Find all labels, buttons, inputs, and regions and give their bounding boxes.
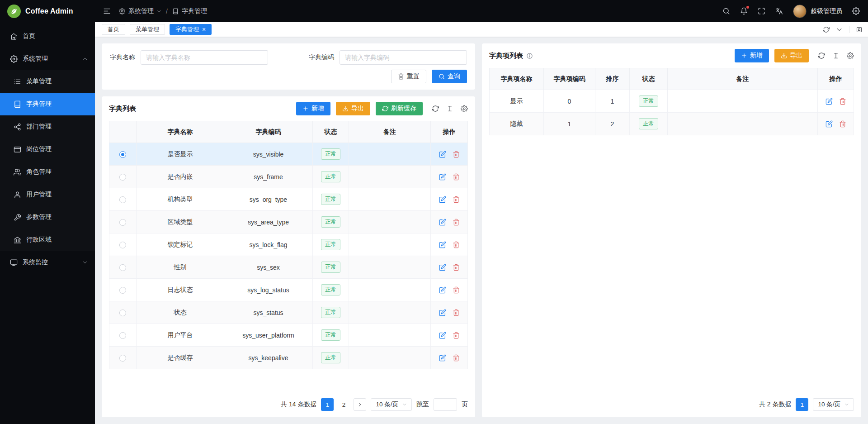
dict-code-label: 字典编码 xyxy=(309,53,334,62)
tab-字典管理[interactable]: 字典管理× xyxy=(170,24,212,35)
dict-item-row-隐藏[interactable]: 隐藏12正常 xyxy=(490,113,854,135)
info-icon[interactable] xyxy=(526,52,533,59)
dict-row-sys_log_status[interactable]: 日志状态sys_log_status正常 xyxy=(109,279,468,301)
delete-icon[interactable] xyxy=(839,120,846,128)
sidebar-group-系统管理[interactable]: 系统管理 xyxy=(0,48,95,70)
edit-icon[interactable] xyxy=(439,286,446,294)
sidebar-item-用户管理[interactable]: 用户管理 xyxy=(0,183,95,206)
dict-item-row-显示[interactable]: 显示01正常 xyxy=(490,90,854,113)
row-radio[interactable] xyxy=(119,174,126,181)
sidebar-item-菜单管理[interactable]: 菜单管理 xyxy=(0,70,95,93)
delete-icon[interactable] xyxy=(453,354,460,362)
delete-icon[interactable] xyxy=(453,264,460,271)
dict-page-size-select[interactable]: 10 条/页 xyxy=(371,398,412,411)
jump-page-input[interactable] xyxy=(434,398,457,411)
query-button[interactable]: 查询 xyxy=(432,70,467,83)
sidebar-group-系统监控[interactable]: 系统监控 xyxy=(0,251,95,274)
dict-row-sys_area_type[interactable]: 区域类型sys_area_type正常 xyxy=(109,211,468,233)
add-dict-item-button[interactable]: 新增 xyxy=(735,49,769,62)
notifications-button[interactable] xyxy=(740,7,748,15)
delete-icon[interactable] xyxy=(453,332,460,339)
settings-gear-icon[interactable] xyxy=(852,7,860,15)
column-settings-gear-icon[interactable] xyxy=(461,105,468,112)
tab-菜单管理[interactable]: 菜单管理 xyxy=(130,24,165,35)
edit-icon[interactable] xyxy=(439,219,446,226)
row-radio[interactable] xyxy=(119,264,126,271)
translate-icon[interactable] xyxy=(775,7,783,15)
dict-row-sys_visible[interactable]: 是否显示sys_visible正常 xyxy=(109,143,468,166)
dict-row-sys_user_platform[interactable]: 用户平台sys_user_platform正常 xyxy=(109,324,468,347)
row-radio[interactable] xyxy=(119,196,126,203)
dict-row-sys_lock_flag[interactable]: 锁定标记sys_lock_flag正常 xyxy=(109,233,468,256)
app-logo[interactable]: Coffee Admin xyxy=(0,0,95,22)
delete-icon[interactable] xyxy=(453,196,460,203)
dict-row-sys_sex[interactable]: 性别sys_sex正常 xyxy=(109,256,468,279)
tab-首页[interactable]: 首页 xyxy=(102,24,125,35)
reset-button[interactable]: 重置 xyxy=(391,70,426,83)
page-button-1[interactable]: 1 xyxy=(321,398,334,411)
delete-icon[interactable] xyxy=(453,173,460,181)
sidebar-item-参数管理[interactable]: 参数管理 xyxy=(0,206,95,229)
tabs-bar: 首页菜单管理字典管理× xyxy=(95,22,868,37)
delete-icon[interactable] xyxy=(453,286,460,294)
sidebar-item-部门管理[interactable]: 部门管理 xyxy=(0,115,95,138)
add-dict-button[interactable]: 新增 xyxy=(296,102,330,115)
row-density-icon[interactable] xyxy=(446,105,453,112)
delete-icon[interactable] xyxy=(453,219,460,226)
delete-icon[interactable] xyxy=(453,151,460,158)
export-dict-button[interactable]: 导出 xyxy=(336,102,370,115)
row-radio[interactable] xyxy=(119,219,126,226)
sidebar-item-角色管理[interactable]: 角色管理 xyxy=(0,161,95,183)
breadcrumb-item-current[interactable]: 字典管理 xyxy=(182,7,207,15)
edit-icon[interactable] xyxy=(439,241,446,248)
dict-row-sys_frame[interactable]: 是否内嵌sys_frame正常 xyxy=(109,166,468,188)
refresh-icon[interactable] xyxy=(818,52,825,59)
row-radio[interactable] xyxy=(119,151,126,158)
search-icon[interactable] xyxy=(722,7,730,15)
edit-icon[interactable] xyxy=(439,151,446,158)
dict-row-sys_status[interactable]: 状态sys_status正常 xyxy=(109,301,468,324)
dict-name-input[interactable] xyxy=(141,50,268,65)
edit-icon[interactable] xyxy=(439,332,446,339)
dict-code-input[interactable] xyxy=(340,50,467,65)
chevron-down-icon[interactable] xyxy=(836,26,843,33)
fullscreen-icon[interactable] xyxy=(758,7,765,15)
sidebar-item-首页[interactable]: 首页 xyxy=(0,25,95,48)
column-header-排序: 排序 xyxy=(595,68,630,90)
edit-icon[interactable] xyxy=(439,354,446,362)
edit-icon[interactable] xyxy=(826,98,833,105)
sidebar-item-行政区域[interactable]: 行政区域 xyxy=(0,229,95,251)
sidebar-item-岗位管理[interactable]: 岗位管理 xyxy=(0,138,95,161)
edit-icon[interactable] xyxy=(439,264,446,271)
user-menu[interactable]: 超级管理员 xyxy=(793,5,842,18)
refresh-icon[interactable] xyxy=(432,105,439,112)
row-radio[interactable] xyxy=(119,242,126,248)
row-radio[interactable] xyxy=(119,287,126,294)
edit-icon[interactable] xyxy=(439,173,446,181)
row-radio[interactable] xyxy=(119,355,126,362)
breadcrumb-item-system[interactable]: 系统管理 xyxy=(128,7,154,15)
row-radio[interactable] xyxy=(119,310,126,316)
column-settings-gear-icon[interactable] xyxy=(847,52,854,59)
refresh-cache-button[interactable]: 刷新缓存 xyxy=(376,102,423,115)
page-button-2[interactable]: 2 xyxy=(337,398,350,411)
row-radio[interactable] xyxy=(119,332,126,339)
next-page-button[interactable] xyxy=(354,398,366,411)
refresh-icon[interactable] xyxy=(823,26,830,33)
sidebar-item-字典管理[interactable]: 字典管理 xyxy=(0,93,95,115)
dict-item-page-size-select[interactable]: 10 条/页 xyxy=(813,398,854,411)
delete-icon[interactable] xyxy=(453,309,460,316)
edit-icon[interactable] xyxy=(439,309,446,316)
edit-icon[interactable] xyxy=(439,196,446,203)
menu-fold-icon[interactable] xyxy=(103,7,111,15)
content-fullscreen-icon[interactable] xyxy=(856,26,863,33)
dict-row-sys_keepalive[interactable]: 是否缓存sys_keepalive正常 xyxy=(109,347,468,369)
delete-icon[interactable] xyxy=(453,241,460,248)
delete-icon[interactable] xyxy=(839,98,846,105)
edit-icon[interactable] xyxy=(826,120,833,128)
dict-row-sys_org_type[interactable]: 机构类型sys_org_type正常 xyxy=(109,188,468,211)
row-density-icon[interactable] xyxy=(832,52,840,59)
export-dict-item-button[interactable]: 导出 xyxy=(774,49,809,62)
tab-close-icon[interactable]: × xyxy=(202,26,206,33)
page-button-1[interactable]: 1 xyxy=(796,398,808,411)
